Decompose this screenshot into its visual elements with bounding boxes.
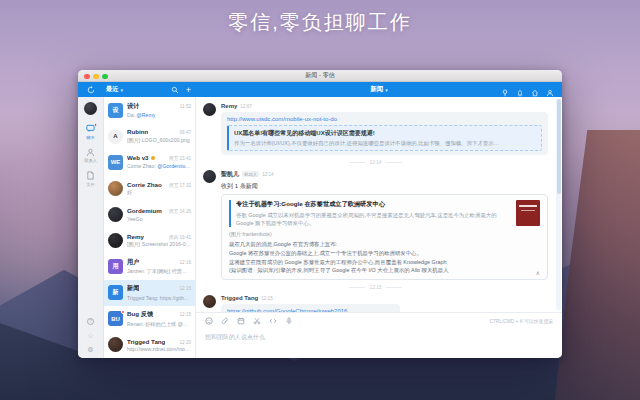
message: Remy 12:07 http://www.uisdc.com/mobile-u… (203, 103, 548, 155)
microphone-icon[interactable] (285, 317, 293, 325)
conversation-list: 设 设计11:52 Da: @Remy A Rubinn09:47 [图片] L… (104, 97, 196, 358)
app-window: 新闻 - 零信 最近 ▾ + 新闻 ▾ (78, 70, 562, 358)
scrollbar-thumb[interactable] (557, 99, 561, 194)
conversation-row[interactable]: Trigged Tang12:20 http://www.zdnet.com/m… (104, 332, 195, 358)
collapse-icon[interactable]: ∧ (536, 269, 540, 276)
chevron-down-icon: ▾ (120, 87, 123, 93)
calendar-icon[interactable] (237, 317, 245, 325)
window-title: 新闻 - 零信 (305, 71, 334, 80)
conversation-row[interactable]: 用 用户12:16 Janzen: 丁丰[网站] 经营费用周报 (104, 254, 195, 280)
conversation-avatar: BU (108, 311, 123, 326)
sidebar-item-files[interactable]: 文件 (86, 171, 95, 187)
chat-pane: Remy 12:07 http://www.uisdc.com/mobile-u… (196, 97, 562, 358)
conversation-avatar (108, 207, 123, 222)
sidebar-bottom: ? ☆ ⚙ (87, 318, 94, 353)
conversation-row[interactable]: 设 设计11:52 Da: @Remy (104, 97, 195, 123)
conversation-row[interactable]: WE Web v3周五 23:41 Corrie Zhao: @Gordemiu… (104, 149, 195, 175)
sync-icon[interactable] (87, 86, 95, 94)
sidebar-item-chats[interactable]: 聊天 (86, 124, 95, 140)
window-titlebar[interactable]: 新闻 - 零信 (78, 70, 562, 82)
star-icon[interactable]: ☆ (87, 332, 93, 339)
news-card[interactable]: 专注于机器学习:Google 在苏黎世成立了欧洲研发中心 谷歌 Google 成… (221, 194, 548, 281)
nav-sidebar: 聊天 联系人 文件 ? (78, 97, 104, 358)
unread-badge (94, 123, 98, 127)
conversation-row[interactable]: Remy周四 19:41 [图片] Screenshot 2016-05-14 … (104, 227, 195, 253)
conversation-avatar (108, 337, 123, 352)
conversation-avatar (108, 181, 123, 196)
app-header: 最近 ▾ + 新闻 ▾ (78, 82, 562, 97)
sender-avatar[interactable] (203, 103, 216, 116)
sender-avatar[interactable] (203, 170, 216, 183)
bell-icon[interactable] (516, 89, 524, 97)
shortcut-hint: CTRL/CMD + K 可以快速搜索 (489, 318, 553, 324)
message: 聖凯儿 机器人 12:14 收到 1 条新闻 专注于机器学习:Google 在苏… (203, 170, 548, 281)
pin-icon[interactable] (501, 89, 509, 97)
message: Trigged Tang 12:15 https://github.com/Go… (203, 295, 548, 312)
conversation-row-selected[interactable]: 新 新闻12:15 Trigged Tang: https://github.c… (104, 280, 195, 306)
desktop-wallpaper: 零信,零负担聊工作 新闻 - 零信 最近 ▾ (0, 0, 640, 400)
link-preview-card[interactable]: UX黑名单!有哪些常见的移动端UX设计误区需要规避! 作为一名设计师(UI/UX… (227, 125, 542, 151)
conversation-avatar: 用 (108, 259, 123, 274)
contacts-icon (86, 148, 95, 157)
sidebar-item-contacts[interactable]: 联系人 (84, 148, 97, 164)
traffic-lights (84, 74, 108, 80)
conversation-row[interactable]: Gordemium周五 14:26 YeeGo (104, 201, 195, 227)
screenshot-icon[interactable] (253, 317, 261, 325)
code-icon[interactable] (269, 317, 277, 325)
chevron-down-icon: ▾ (385, 87, 388, 93)
message-input[interactable] (205, 330, 553, 340)
sender-avatar[interactable] (203, 295, 216, 308)
search-icon[interactable] (171, 86, 179, 94)
gear-icon[interactable]: ⚙ (87, 346, 93, 353)
marketing-tagline: 零信,零负担聊工作 (0, 9, 640, 36)
zoom-button[interactable] (102, 74, 108, 80)
conversation-avatar: WE (108, 155, 123, 170)
home-icon[interactable] (531, 89, 539, 97)
message-bubble: https://github.com/GoogleChrome/ioweb201… (221, 304, 400, 312)
time-divider: 12:14 (203, 160, 548, 165)
message-bubble: http://www.uisdc.com/mobile-ux-not-to-do… (221, 112, 548, 155)
close-button[interactable] (84, 74, 90, 80)
conversation-avatar: 设 (108, 103, 123, 118)
message-composer: CTRL/CMD + K 可以快速搜索 (196, 312, 562, 358)
bot-badge: 机器人 (242, 171, 259, 177)
minimize-button[interactable] (93, 74, 99, 80)
time-divider: 12:15 (203, 285, 548, 290)
channel-title[interactable]: 新闻 (370, 85, 383, 94)
status-dot (151, 156, 155, 160)
conversation-avatar (108, 233, 123, 248)
wallpaper-rock-right (555, 130, 640, 400)
news-thumbnail (516, 200, 540, 226)
conversation-filter-dropdown[interactable]: 最近 (106, 85, 118, 94)
conversation-avatar: A (108, 129, 123, 144)
message-scroll-area: Remy 12:07 http://www.uisdc.com/mobile-u… (196, 97, 562, 312)
members-icon[interactable] (546, 89, 554, 97)
new-conversation-button[interactable]: + (186, 86, 191, 94)
attachment-icon[interactable] (221, 317, 229, 325)
conversation-row[interactable]: A Rubinn09:47 [图片] LOGO_600x200.png (104, 123, 195, 149)
conversation-row[interactable]: Corrie Zhao周五 17:32 好 (104, 175, 195, 201)
conversation-row[interactable]: BU Bug 反馈12:15 Renan: 好样的已上线 @Trigged T…… (104, 306, 195, 332)
my-avatar[interactable] (84, 102, 97, 115)
help-icon[interactable]: ? (87, 318, 94, 325)
chat-scrollbar (556, 99, 561, 310)
unread-badge (121, 310, 125, 314)
conversation-avatar: 新 (108, 285, 123, 300)
emoji-icon[interactable] (205, 317, 213, 325)
message-link[interactable]: http://www.uisdc.com/mobile-ux-not-to-do (227, 116, 542, 122)
file-icon (86, 171, 95, 180)
window-body: 聊天 联系人 文件 ? (78, 97, 562, 358)
